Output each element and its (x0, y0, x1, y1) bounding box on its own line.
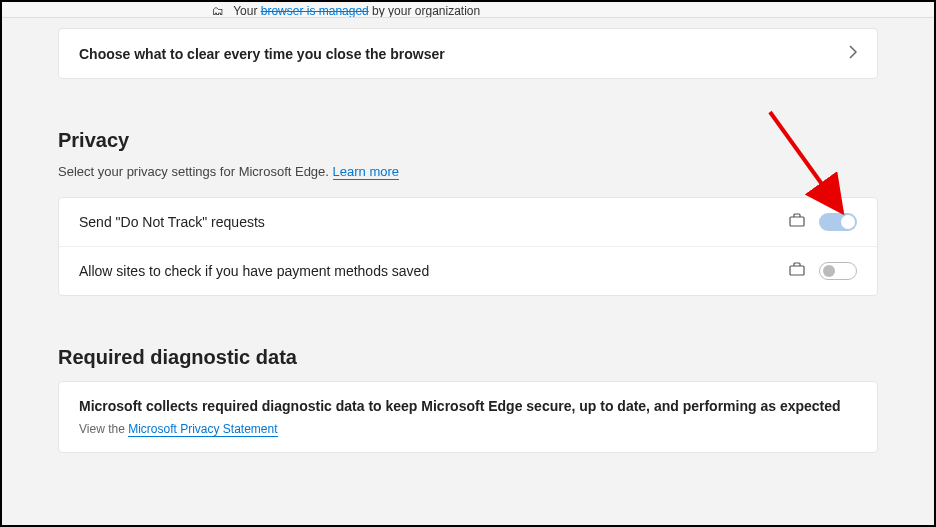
dnt-toggle[interactable] (819, 213, 857, 231)
dnt-label: Send "Do Not Track" requests (79, 214, 265, 230)
payment-toggle[interactable] (819, 262, 857, 280)
notice-link[interactable]: browser is managed (261, 4, 369, 18)
notice-suffix: by your organization (369, 4, 480, 18)
briefcase-icon (789, 212, 805, 232)
diagnostic-desc: Microsoft collects required diagnostic d… (79, 398, 857, 414)
privacy-learn-more-link[interactable]: Learn more (333, 164, 399, 180)
payment-label: Allow sites to check if you have payment… (79, 263, 429, 279)
payment-row: Allow sites to check if you have payment… (59, 247, 877, 295)
privacy-settings-card: Send "Do Not Track" requests Allow sites… (58, 197, 878, 296)
svg-rect-1 (790, 266, 804, 275)
dnt-row: Send "Do Not Track" requests (59, 198, 877, 247)
managed-browser-notice: 🗂 Your browser is managed by your organi… (2, 2, 934, 18)
diagnostic-heading: Required diagnostic data (58, 346, 878, 369)
svg-rect-0 (790, 217, 804, 226)
diagnostic-subtext: View the Microsoft Privacy Statement (79, 422, 857, 436)
privacy-heading: Privacy (58, 129, 878, 152)
notice-prefix: Your (233, 4, 261, 18)
briefcase-icon (789, 261, 805, 281)
chevron-right-icon (849, 45, 857, 62)
clear-on-close-label: Choose what to clear every time you clos… (79, 46, 445, 62)
diagnostic-card: Microsoft collects required diagnostic d… (58, 381, 878, 453)
privacy-subtitle: Select your privacy settings for Microso… (58, 164, 878, 179)
clear-on-close-row[interactable]: Choose what to clear every time you clos… (58, 28, 878, 79)
privacy-statement-link[interactable]: Microsoft Privacy Statement (128, 422, 277, 437)
